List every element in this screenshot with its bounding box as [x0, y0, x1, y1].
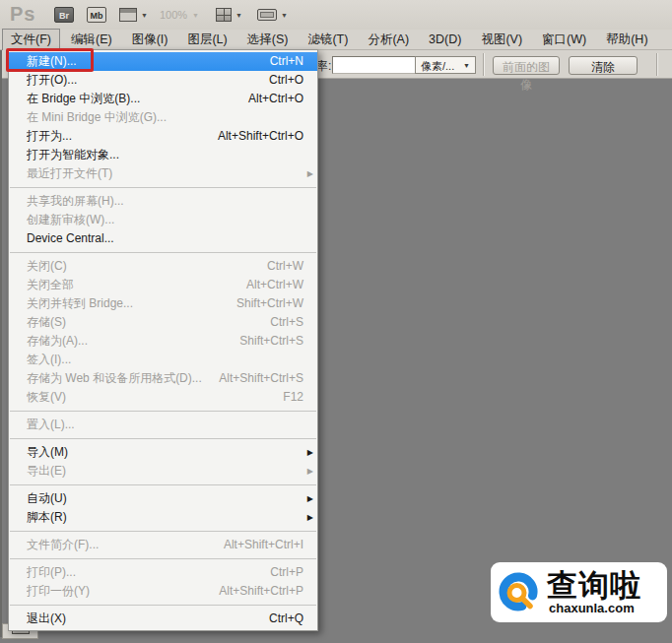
- menu-item-label: 创建新审核(W)...: [27, 211, 114, 229]
- menu-item: 签入(I)...: [9, 351, 317, 369]
- chevron-down-icon: ▼: [463, 62, 470, 69]
- submenu-arrow-icon: ▶: [307, 164, 313, 183]
- menubar-item[interactable]: 帮助(H): [597, 29, 656, 51]
- launch-mini-bridge-button[interactable]: Mb: [87, 7, 106, 23]
- menu-item: 导出(E)▶: [9, 462, 317, 481]
- menu-item: 关闭并转到 Bridge...Shift+Ctrl+W: [9, 294, 317, 313]
- menubar-item[interactable]: 选择(S): [238, 29, 298, 51]
- watermark-title: 查询啦: [547, 570, 641, 602]
- menu-item: 关闭全部Alt+Ctrl+W: [9, 276, 317, 294]
- menu-item-label: 关闭并转到 Bridge...: [27, 294, 133, 313]
- menu-item: 置入(L)...: [9, 416, 317, 434]
- menubar-item[interactable]: 分析(A): [359, 29, 418, 51]
- screen-mode-caret-icon[interactable]: ▼: [281, 12, 288, 19]
- menu-item-label: 打开(O)...: [27, 71, 77, 90]
- menu-item-shortcut: Shift+Ctrl+W: [236, 294, 303, 313]
- menu-item: 创建新审核(W)...: [9, 211, 317, 229]
- menu-item: 恢复(V)F12: [9, 388, 317, 407]
- file-menu: 新建(N)...Ctrl+N打开(O)...Ctrl+O在 Bridge 中浏览…: [8, 49, 318, 631]
- menu-item-label: 存储为(A)...: [27, 332, 88, 351]
- resolution-input[interactable]: [332, 56, 419, 74]
- submenu-arrow-icon: ▶: [307, 508, 313, 527]
- menu-item: 文件简介(F)...Alt+Shift+Ctrl+I: [9, 536, 317, 554]
- menu-item-shortcut: Alt+Ctrl+O: [248, 90, 303, 108]
- menu-separator: [10, 558, 316, 559]
- arrange-documents-caret-icon[interactable]: ▼: [235, 12, 242, 19]
- menu-item-shortcut: Ctrl+W: [267, 257, 303, 276]
- zoom-level-caret-icon: ▼: [192, 12, 199, 19]
- menu-item: 打印一份(Y)Alt+Shift+Ctrl+P: [9, 582, 317, 601]
- submenu-arrow-icon: ▶: [307, 489, 313, 508]
- resolution-label-fragment: 率:: [316, 58, 331, 75]
- launch-bridge-button[interactable]: Br: [54, 7, 74, 23]
- menu-item: 存储(S)Ctrl+S: [9, 313, 317, 332]
- menu-item-label: 退出(X): [27, 610, 66, 628]
- watermark-text: 查询啦 chaxunla.com: [547, 570, 641, 615]
- menu-separator: [10, 411, 316, 412]
- menu-separator: [10, 252, 316, 253]
- menu-item: 在 Mini Bridge 中浏览(G)...: [9, 108, 317, 127]
- menu-item-label: 恢复(V): [27, 388, 66, 407]
- submenu-arrow-icon: ▶: [307, 462, 313, 481]
- menu-item[interactable]: 退出(X)Ctrl+Q: [9, 610, 317, 628]
- unit-dropdown[interactable]: 像素/... ▼: [415, 56, 476, 74]
- view-extras-caret-icon[interactable]: ▼: [141, 12, 148, 19]
- menu-separator: [10, 531, 316, 532]
- unit-dropdown-value: 像素/...: [421, 59, 454, 74]
- menubar-item[interactable]: 滤镜(T): [299, 29, 357, 51]
- menu-item-shortcut: F12: [283, 388, 303, 407]
- menu-item[interactable]: 脚本(R)▶: [9, 508, 317, 527]
- menu-item-label: 签入(I)...: [27, 351, 71, 369]
- menu-item: 最近打开文件(T)▶: [9, 164, 317, 183]
- menu-item-shortcut: Ctrl+Q: [269, 610, 303, 628]
- menu-item[interactable]: Device Central...: [9, 229, 317, 248]
- menu-item[interactable]: 打开为...Alt+Shift+Ctrl+O: [9, 127, 317, 146]
- menu-item-shortcut: Shift+Ctrl+S: [239, 332, 303, 351]
- menu-item-shortcut: Ctrl+O: [269, 71, 303, 90]
- menu-item[interactable]: 打开为智能对象...: [9, 146, 317, 164]
- submenu-arrow-icon: ▶: [307, 443, 313, 462]
- front-image-button: 前面的图像: [493, 56, 560, 75]
- arrange-documents-icon[interactable]: [216, 8, 232, 22]
- menu-bar: 文件(F)编辑(E)图像(I)图层(L)选择(S)滤镜(T)分析(A)3D(D)…: [0, 30, 672, 50]
- chaxunla-logo-icon: [497, 569, 544, 616]
- menu-item-label: 脚本(R): [27, 508, 67, 527]
- menu-item-label: Device Central...: [27, 229, 114, 248]
- watermark-url: chaxunla.com: [549, 602, 635, 615]
- menu-item-label: 自动(U): [27, 489, 67, 508]
- photoshop-logo: Ps: [10, 3, 35, 26]
- menu-item[interactable]: 自动(U)▶: [9, 489, 317, 508]
- clear-button[interactable]: 清除: [569, 56, 638, 75]
- menubar-item[interactable]: 图像(I): [123, 29, 177, 51]
- menu-item-label: 关闭(C): [27, 257, 67, 276]
- menu-separator: [10, 187, 316, 188]
- menubar-item[interactable]: 图层(L): [178, 29, 235, 51]
- screen-mode-icon[interactable]: [257, 9, 277, 21]
- menu-item-label: 打印(P)...: [27, 563, 76, 582]
- menu-item[interactable]: 打开(O)...Ctrl+O: [9, 71, 317, 90]
- menubar-item[interactable]: 3D(D): [420, 30, 470, 49]
- options-divider: [656, 53, 657, 76]
- menu-item-label: 共享我的屏幕(H)...: [27, 192, 124, 211]
- menu-item-label: 最近打开文件(T): [27, 164, 112, 183]
- menu-separator: [10, 605, 316, 606]
- menu-item[interactable]: 导入(M)▶: [9, 443, 317, 462]
- menu-item-label: 在 Bridge 中浏览(B)...: [27, 90, 140, 108]
- options-divider: [483, 53, 484, 76]
- zoom-level: 100%: [160, 9, 187, 21]
- app-header: Ps Br Mb ▼ 100% ▼ ▼ ▼: [0, 0, 672, 31]
- window-left-edge: [0, 50, 2, 637]
- menu-item-shortcut: Ctrl+P: [270, 563, 303, 582]
- menu-item[interactable]: 在 Bridge 中浏览(B)...Alt+Ctrl+O: [9, 90, 317, 108]
- menu-item-label: 打印一份(Y): [27, 582, 90, 601]
- menu-item-shortcut: Alt+Shift+Ctrl+O: [218, 127, 303, 146]
- menu-item: 共享我的屏幕(H)...: [9, 192, 317, 211]
- photoshop-window: { "chrome": { "ps_logo": "Ps", "bridge_b…: [0, 0, 672, 643]
- menu-item-label: 打开为智能对象...: [27, 146, 119, 164]
- menubar-item[interactable]: 视图(V): [472, 29, 531, 51]
- view-extras-icon[interactable]: [119, 8, 137, 22]
- menu-item: 存储为(A)...Shift+Ctrl+S: [9, 332, 317, 351]
- menu-item: 打印(P)...Ctrl+P: [9, 563, 317, 582]
- menu-separator: [10, 484, 316, 485]
- menubar-item[interactable]: 窗口(W): [533, 29, 595, 51]
